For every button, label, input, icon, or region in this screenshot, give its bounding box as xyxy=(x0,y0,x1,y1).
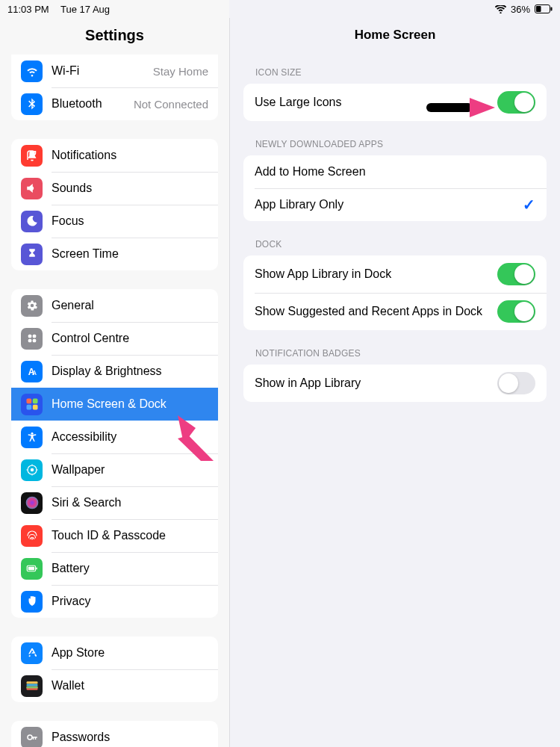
sidebar-item-label: Accessibility xyxy=(52,430,208,444)
sidebar-item-general[interactable]: General xyxy=(11,289,218,322)
section-header: NEWLY DOWNLOADED APPS xyxy=(243,121,547,155)
statusbar-left: 11:03 PM Tue 17 Aug xyxy=(7,4,119,15)
sidebar-scroll[interactable]: Wi-FiStay HomeBluetoothNot ConnectedNoti… xyxy=(0,55,229,747)
wifi-icon xyxy=(495,5,506,13)
sidebar-item-label: Sounds xyxy=(52,182,208,195)
svg-rect-33 xyxy=(26,686,37,689)
toggle-use-large-icons[interactable] xyxy=(497,91,535,114)
toggle-badges-lib[interactable] xyxy=(497,372,535,394)
status-bar: 11:03 PM Tue 17 Aug 36% xyxy=(0,0,560,18)
sidebar-group: Passwords xyxy=(11,721,218,747)
toggle-lib-in-dock[interactable] xyxy=(497,263,535,285)
detail-row-add-home[interactable]: Add to Home Screen xyxy=(243,155,547,188)
detail-row-app-lib-only[interactable]: App Library Only✓ xyxy=(243,188,547,221)
sidebar-group: GeneralControl CentreAADisplay & Brightn… xyxy=(11,289,218,618)
svg-point-26 xyxy=(31,539,33,540)
section-header: DOCK xyxy=(243,221,547,255)
sidebar-item-label: Wi-Fi xyxy=(52,64,153,78)
detail-scroll[interactable]: ICON SIZEUse Large IconsNEWLY DOWNLOADED… xyxy=(230,54,560,747)
detail-group: Use Large Icons xyxy=(243,84,547,121)
statusbar-battery-pct: 36% xyxy=(511,4,530,15)
detail-row-label: Add to Home Screen xyxy=(255,165,535,179)
notifications-icon xyxy=(21,145,43,167)
accessibility-icon xyxy=(21,427,43,448)
detail-row-badges-lib[interactable]: Show in App Library xyxy=(243,365,547,402)
sidebar-item-privacy[interactable]: Privacy xyxy=(11,585,218,618)
svg-rect-31 xyxy=(26,684,37,686)
sidebar-item-battery[interactable]: Battery xyxy=(11,552,218,585)
section-header: NOTIFICATION BADGES xyxy=(243,330,547,365)
detail-row-lib-in-dock[interactable]: Show App Library in Dock xyxy=(243,255,547,293)
battery-icon xyxy=(21,558,43,580)
battery-icon xyxy=(535,4,553,13)
detail-row-label: Use Large Icons xyxy=(255,96,497,109)
sidebar-item-accessibility[interactable]: Accessibility xyxy=(11,421,218,453)
svg-rect-2 xyxy=(551,7,553,11)
sidebar-item-label: Bluetooth xyxy=(52,97,134,111)
sidebar-item-focus[interactable]: Focus xyxy=(11,205,218,238)
sidebar-item-sounds[interactable]: Sounds xyxy=(11,172,218,205)
detail-row-label: Show App Library in Dock xyxy=(255,267,497,281)
sidebar-item-notifications[interactable]: Notifications xyxy=(11,139,218,172)
sidebar-item-controlcentre[interactable]: Control Centre xyxy=(11,322,218,355)
sidebar-item-screentime[interactable]: Screen Time xyxy=(11,238,218,270)
detail-row-use-large-icons[interactable]: Use Large Icons xyxy=(243,84,547,121)
controlcentre-icon xyxy=(21,328,43,350)
svg-rect-10 xyxy=(32,339,36,343)
svg-rect-14 xyxy=(32,399,37,404)
sidebar-item-detail: Stay Home xyxy=(153,65,208,78)
svg-rect-15 xyxy=(26,405,31,410)
detail-group: Show in App Library xyxy=(243,365,547,402)
sidebar-item-label: Battery xyxy=(52,562,208,575)
svg-rect-7 xyxy=(28,335,31,338)
screentime-icon xyxy=(21,244,43,265)
section-header: ICON SIZE xyxy=(243,54,547,84)
svg-rect-9 xyxy=(28,339,31,343)
settings-sidebar: Settings Wi-FiStay HomeBluetoothNot Conn… xyxy=(0,18,230,747)
svg-rect-16 xyxy=(32,405,37,410)
sidebar-item-label: Wallet xyxy=(52,679,208,692)
sidebar-item-appstore[interactable]: App Store xyxy=(11,636,218,669)
svg-rect-30 xyxy=(26,681,37,684)
sidebar-item-label: General xyxy=(52,299,208,312)
statusbar-time: 11:03 PM xyxy=(7,4,49,15)
sidebar-item-label: Screen Time xyxy=(52,247,208,261)
svg-point-18 xyxy=(31,433,33,435)
svg-rect-28 xyxy=(28,567,34,571)
toggle-suggested-dock[interactable] xyxy=(497,300,535,323)
svg-point-25 xyxy=(25,497,38,509)
sidebar-group: App StoreWallet xyxy=(11,636,218,702)
sidebar-item-wifi[interactable]: Wi-FiStay Home xyxy=(11,55,218,87)
detail-row-label: App Library Only xyxy=(255,198,523,211)
display-icon: AA xyxy=(21,361,43,382)
touchid-icon xyxy=(21,525,43,547)
sidebar-item-passwords[interactable]: Passwords xyxy=(11,721,218,747)
detail-row-suggested-dock[interactable]: Show Suggested and Recent Apps in Dock xyxy=(243,293,547,330)
svg-point-20 xyxy=(30,468,34,472)
sidebar-item-display[interactable]: AADisplay & Brightness xyxy=(11,355,218,388)
sidebar-item-wallpaper[interactable]: Wallpaper xyxy=(11,453,218,486)
privacy-icon xyxy=(21,591,43,613)
sidebar-item-label: Display & Brightness xyxy=(52,365,208,378)
sidebar-item-label: Passwords xyxy=(52,731,208,744)
sidebar-item-label: Wallpaper xyxy=(52,463,208,477)
detail-title: Home Screen xyxy=(230,18,560,54)
detail-pane: Home Screen ICON SIZEUse Large IconsNEWL… xyxy=(230,18,560,747)
passwords-icon xyxy=(21,727,43,748)
siri-icon xyxy=(21,492,43,514)
sidebar-item-label: Home Screen & Dock xyxy=(52,397,208,411)
sidebar-item-touchid[interactable]: Touch ID & Passcode xyxy=(11,519,218,552)
sidebar-group: NotificationsSoundsFocusScreen Time xyxy=(11,139,218,270)
svg-rect-13 xyxy=(26,399,31,404)
sidebar-item-wallet[interactable]: Wallet xyxy=(11,669,218,702)
sidebar-item-siri[interactable]: Siri & Search xyxy=(11,486,218,519)
sidebar-group: Wi-FiStay HomeBluetoothNot Connected xyxy=(11,55,218,120)
sidebar-item-label: Touch ID & Passcode xyxy=(52,529,208,542)
sidebar-item-bluetooth[interactable]: BluetoothNot Connected xyxy=(11,87,218,120)
sidebar-item-homescreen[interactable]: Home Screen & Dock xyxy=(11,388,218,421)
wifi-icon xyxy=(21,61,43,82)
sounds-icon xyxy=(21,178,43,199)
svg-text:A: A xyxy=(32,370,37,376)
homescreen-icon xyxy=(21,394,43,415)
detail-group: Show App Library in DockShow Suggested a… xyxy=(243,255,547,330)
